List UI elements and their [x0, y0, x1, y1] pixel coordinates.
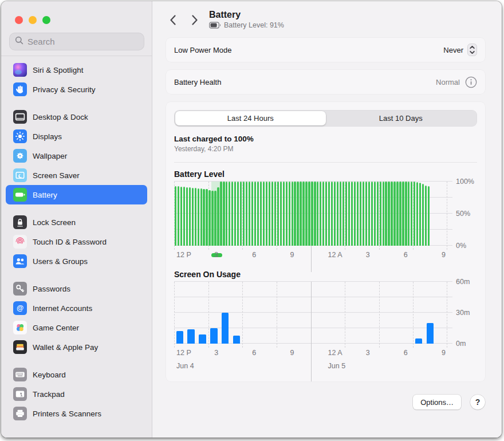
chart-bar [294, 182, 296, 246]
x-axis-label: 9 [442, 251, 446, 259]
tab-last-10-days[interactable]: Last 10 Days [326, 111, 477, 125]
sidebar-item-keyboard[interactable]: Keyboard [6, 365, 147, 384]
sidebar-item-screen-saver[interactable]: Screen Saver [6, 166, 147, 185]
sidebar-item-label: Displays [33, 132, 62, 141]
chart-bar [251, 182, 253, 246]
chart-bar [257, 182, 259, 246]
x-axis-label: 6 [404, 349, 408, 357]
zoom-button[interactable] [42, 16, 50, 24]
page-title: Battery [209, 9, 284, 20]
low-power-mode-stepper[interactable] [467, 44, 477, 56]
chart-bar [237, 182, 239, 246]
gridline-tick [447, 181, 452, 182]
chart-bar [334, 182, 336, 246]
chart-bar [192, 188, 194, 246]
forward-button[interactable] [188, 13, 202, 27]
battery-level-text: Battery Level: 91% [224, 21, 284, 29]
chart-bar [414, 182, 415, 246]
x-axis-label: 12 P [176, 349, 191, 357]
gridline-v [208, 282, 209, 348]
help-button[interactable]: ? [470, 395, 485, 410]
y-axis-label: 60m [456, 278, 470, 286]
sidebar-item-label: Internet Accounts [33, 304, 92, 313]
low-power-mode-row: Low Power Mode Never [166, 38, 485, 62]
y-axis-label: 50% [456, 210, 470, 218]
chart-bar [405, 182, 407, 246]
chart-bar [206, 189, 207, 246]
sidebar-item-label: Siri & Spotlight [33, 66, 84, 74]
gridline-tick [447, 297, 452, 297]
minimize-button[interactable] [29, 16, 37, 24]
chart-bar [269, 182, 270, 246]
chart-bar [199, 334, 206, 344]
x-axis-label: 3 [214, 349, 218, 357]
search-input[interactable] [27, 37, 139, 46]
x-axis-label: 6 [404, 251, 408, 259]
chart-bar [260, 182, 262, 246]
date-label: Jun 4 [176, 362, 194, 370]
displays-icon [13, 129, 27, 143]
sidebar-item-wallet-apple-pay[interactable]: Wallet & Apple Pay [6, 337, 147, 357]
chart-bar [345, 182, 347, 246]
sidebar-item-users-groups[interactable]: Users & Groups [6, 251, 147, 271]
sidebar-item-printers-scanners[interactable]: Printers & Scanners [6, 404, 147, 423]
chart-bar [233, 336, 240, 344]
screen-on-usage-chart-title: Screen On Usage [174, 270, 477, 279]
chart-bar [314, 182, 316, 246]
sidebar-item-trackpad[interactable]: Trackpad [6, 384, 147, 404]
time-range-segmented-control: Last 24 HoursLast 10 Days [174, 110, 477, 127]
chart-bar [178, 186, 179, 246]
sidebar-item-desktop-dock[interactable]: Desktop & Dock [6, 107, 147, 127]
chart-bar [340, 182, 341, 246]
sidebar-item-internet-accounts[interactable]: @Internet Accounts [6, 298, 147, 318]
chart-bar [198, 188, 199, 246]
gridline-tick [447, 213, 452, 214]
wallpaper-icon [13, 149, 27, 163]
sidebar-item-battery[interactable]: Battery [6, 185, 147, 204]
options-button[interactable]: Options… [413, 395, 461, 410]
gridline-v [379, 282, 380, 348]
chart-bar [348, 182, 350, 246]
close-button[interactable] [15, 16, 23, 24]
chart-bar [377, 182, 379, 246]
sidebar-nav: Siri & SpotlightPrivacy & SecurityDeskto… [1, 56, 152, 431]
y-axis-label: 30m [456, 309, 470, 317]
card-separator [174, 162, 477, 163]
chart-bar [292, 182, 293, 246]
sidebar-item-siri-spotlight[interactable]: Siri & Spotlight [6, 60, 147, 80]
x-axis-label: 3 [214, 251, 218, 259]
sidebar-item-game-center[interactable]: Game Center [6, 318, 147, 337]
chart-bar [226, 182, 227, 246]
search-field[interactable] [9, 33, 144, 50]
y-axis-label: 100% [456, 178, 474, 186]
search-icon [15, 36, 23, 47]
sidebar-item-wallpaper[interactable]: Wallpaper [6, 146, 147, 166]
date-label: Jun 5 [328, 362, 346, 370]
sidebar-item-touch-id-password[interactable]: Touch ID & Password [6, 232, 147, 251]
screen-on-usage-chart: Screen On Usage 60m30m0m 12 P36912 A369 … [174, 270, 477, 371]
chart-bar [396, 182, 398, 246]
chart-bar [328, 182, 330, 246]
back-button[interactable] [166, 13, 180, 27]
desktop-dock-icon [13, 110, 27, 124]
traffic-lights [1, 1, 152, 24]
sidebar-item-label: Printers & Scanners [33, 410, 101, 418]
chart-bar [408, 182, 410, 246]
chart-bar [422, 184, 424, 246]
chart-bar [214, 191, 216, 246]
chart-bar [363, 182, 364, 246]
sidebar-item-passwords[interactable]: Passwords [6, 279, 147, 298]
last-charged-time: Yesterday, 4:20 PM [174, 145, 477, 153]
tab-last-24-hours[interactable]: Last 24 Hours [175, 111, 326, 125]
x-axis-label: 12 A [328, 349, 342, 357]
chart-bar [211, 191, 213, 246]
chart-bar [425, 186, 427, 246]
sidebar-item-lock-screen[interactable]: Lock Screen [6, 212, 147, 232]
info-icon[interactable] [465, 76, 477, 88]
chart-bar [243, 182, 245, 246]
chart-bar [391, 182, 392, 246]
x-axis-label: 6 [252, 251, 256, 259]
sidebar-item-privacy-security[interactable]: Privacy & Security [6, 80, 147, 99]
sidebar-item-label: Trackpad [33, 390, 65, 399]
sidebar-item-displays[interactable]: Displays [6, 127, 147, 146]
